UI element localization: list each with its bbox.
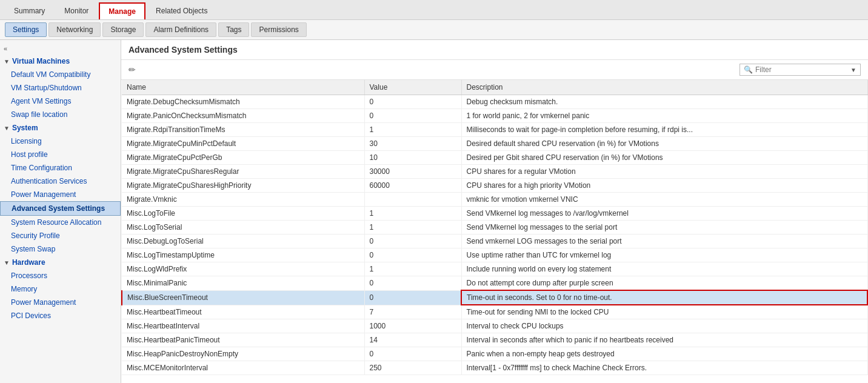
sidebar-item-host-profile[interactable]: Host profile — [0, 148, 121, 161]
cell-value: 10 — [364, 151, 461, 165]
cell-name: Migrate.RdpiTransitionTimeMs — [122, 123, 364, 137]
table-row[interactable]: Misc.HeartbeatInterval1000Interval to ch… — [122, 319, 867, 333]
table-row[interactable]: Misc.HeartbeatPanicTimeout14Interval in … — [122, 333, 867, 347]
cell-description: Use uptime rather than UTC for vmkernel … — [461, 248, 867, 262]
table-row[interactable]: Migrate.RdpiTransitionTimeMs1Millisecond… — [122, 123, 867, 137]
cell-value: 0 — [364, 95, 461, 109]
vm-section-arrow: ▼ — [4, 58, 10, 65]
table-row[interactable]: Misc.HeapPanicDestroyNonEmpty0Panic when… — [122, 347, 867, 361]
cell-description: Time-out in seconds. Set to 0 for no tim… — [461, 290, 867, 305]
table-row[interactable]: Misc.MinimalPanic0Do not attempt core du… — [122, 276, 867, 291]
table-row[interactable]: Misc.MCEMonitorInterval250Interval[1 - 0… — [122, 361, 867, 375]
table-row[interactable]: Misc.HeartbeatTimeout7Time-out for sendi… — [122, 305, 867, 319]
sidebar-section-system[interactable]: ▼ System — [0, 121, 121, 135]
cell-description: Interval to check CPU lockups — [461, 319, 867, 333]
sidebar-item-system-resource-allocation[interactable]: System Resource Allocation — [0, 216, 121, 229]
table-row[interactable]: Misc.LogWldPrefix1Include running world … — [122, 262, 867, 276]
filter-input[interactable] — [755, 65, 850, 74]
cell-value: 0 — [364, 290, 461, 305]
settings-table: Name Value Description Migrate.DebugChec… — [121, 80, 868, 375]
table-row[interactable]: Migrate.DebugChecksumMismatch0Debug chec… — [122, 95, 867, 109]
filter-box: 🔍 ▼ — [739, 64, 861, 76]
sidebar-item-pci-devices[interactable]: PCI Devices — [0, 309, 121, 322]
cell-description: Panic when a non-empty heap gets destroy… — [461, 347, 867, 361]
sidebar-collapse-button[interactable]: « — [0, 42, 121, 55]
cell-value: 1 — [364, 221, 461, 235]
sidebar-section-virtual-machines[interactable]: ▼ Virtual Machines — [0, 55, 121, 68]
tab-permissions[interactable]: Permissions — [251, 22, 306, 37]
cell-value: 250 — [364, 361, 461, 375]
cell-description: Time-out for sending NMI to the locked C… — [461, 305, 867, 319]
table-row[interactable]: Misc.LogTimestampUptime0Use uptime rathe… — [122, 248, 867, 262]
cell-value: 0 — [364, 109, 461, 123]
cell-name: Misc.BlueScreenTimeout — [122, 290, 364, 305]
vm-section-label: Virtual Machines — [12, 57, 70, 65]
sidebar-item-system-swap[interactable]: System Swap — [0, 242, 121, 256]
tab-alarm-definitions[interactable]: Alarm Definitions — [145, 22, 216, 37]
sidebar-item-vm-startup-shutdown[interactable]: VM Startup/Shutdown — [0, 81, 121, 95]
tab-summary[interactable]: Summary — [5, 2, 54, 19]
table-row[interactable]: Misc.DebugLogToSerial0Send vmkernel LOG … — [122, 235, 867, 248]
cell-value: 7 — [364, 305, 461, 319]
sidebar: « ▼ Virtual Machines Default VM Compatib… — [0, 40, 121, 383]
cell-name: Misc.LogWldPrefix — [122, 262, 364, 276]
sidebar-item-power-management[interactable]: Power Management — [0, 188, 121, 201]
table-row[interactable]: Migrate.MigrateCpuPctPerGb10Desired per … — [122, 151, 867, 165]
tab-storage[interactable]: Storage — [102, 22, 144, 37]
top-tab-bar: Summary Monitor Manage Related Objects — [0, 0, 868, 20]
table-row[interactable]: Misc.LogToFile1Send VMkernel log message… — [122, 207, 867, 221]
cell-value: 30 — [364, 137, 461, 151]
edit-icon[interactable]: ✏ — [129, 65, 136, 75]
cell-description: CPU shares for a high priority VMotion — [461, 179, 867, 193]
table-row[interactable]: Migrate.MigrateCpuMinPctDefault30Desired… — [122, 137, 867, 151]
cell-description: vmknic for vmotion vmkernel VNIC — [461, 193, 867, 207]
cell-value: 30000 — [364, 165, 461, 179]
cell-name: Misc.MCEMonitorInterval — [122, 361, 364, 375]
tab-networking[interactable]: Networking — [48, 22, 101, 37]
cell-description: Send VMkernel log messages to the serial… — [461, 221, 867, 235]
sidebar-item-agent-vm-settings[interactable]: Agent VM Settings — [0, 95, 121, 108]
cell-name: Misc.LogToSerial — [122, 221, 364, 235]
table-row[interactable]: Migrate.PanicOnChecksumMismatch01 for wo… — [122, 109, 867, 123]
cell-value: 60000 — [364, 179, 461, 193]
cell-name: Migrate.MigrateCpuPctPerGb — [122, 151, 364, 165]
sidebar-item-licensing[interactable]: Licensing — [0, 135, 121, 148]
table-row[interactable]: Migrate.Vmknicvmknic for vmotion vmkerne… — [122, 193, 867, 207]
sidebar-item-processors[interactable]: Processors — [0, 269, 121, 282]
sidebar-item-default-vm-compatibility[interactable]: Default VM Compatibility — [0, 68, 121, 81]
cell-value: 14 — [364, 333, 461, 347]
sidebar-item-memory[interactable]: Memory — [0, 282, 121, 296]
tab-settings[interactable]: Settings — [5, 22, 47, 37]
column-header-description: Description — [461, 80, 867, 95]
table-row[interactable]: Migrate.MigrateCpuSharesHighPriority6000… — [122, 179, 867, 193]
cell-name: Migrate.MigrateCpuSharesHighPriority — [122, 179, 364, 193]
cell-description: 1 for world panic, 2 for vmkernel panic — [461, 109, 867, 123]
cell-value: 1 — [364, 123, 461, 137]
sidebar-item-security-profile[interactable]: Security Profile — [0, 229, 121, 242]
tab-related-objects[interactable]: Related Objects — [147, 2, 216, 19]
table-row[interactable]: Misc.BlueScreenTimeout0Time-out in secon… — [122, 290, 867, 305]
tab-manage[interactable]: Manage — [99, 2, 145, 19]
tab-tags[interactable]: Tags — [218, 22, 249, 37]
sidebar-item-swap-file-location[interactable]: Swap file location — [0, 108, 121, 121]
tab-monitor[interactable]: Monitor — [55, 2, 98, 19]
cell-description: Interval[1 - 0x7fffffff ms] to check Mac… — [461, 361, 867, 375]
cell-value: 0 — [364, 276, 461, 291]
table-row[interactable]: Misc.LogToSerial1Send VMkernel log messa… — [122, 221, 867, 235]
sidebar-section-hardware[interactable]: ▼ Hardware — [0, 256, 121, 269]
filter-dropdown-icon[interactable]: ▼ — [850, 67, 856, 73]
cell-name: Misc.HeartbeatTimeout — [122, 305, 364, 319]
cell-name: Misc.HeapPanicDestroyNonEmpty — [122, 347, 364, 361]
sidebar-item-authentication-services[interactable]: Authentication Services — [0, 175, 121, 188]
table-row[interactable]: Migrate.MigrateCpuSharesRegular30000CPU … — [122, 165, 867, 179]
sidebar-item-power-management-hw[interactable]: Power Management — [0, 296, 121, 309]
sidebar-item-advanced-system-settings[interactable]: Advanced System Settings — [0, 201, 121, 216]
sidebar-item-time-configuration[interactable]: Time Configuration — [0, 161, 121, 175]
cell-value: 0 — [364, 347, 461, 361]
cell-description: CPU shares for a regular VMotion — [461, 165, 867, 179]
cell-name: Misc.LogToFile — [122, 207, 364, 221]
second-tab-bar: Settings Networking Storage Alarm Defini… — [0, 20, 868, 40]
cell-value: 1 — [364, 207, 461, 221]
cell-name: Migrate.MigrateCpuSharesRegular — [122, 165, 364, 179]
main-layout: « ▼ Virtual Machines Default VM Compatib… — [0, 40, 868, 383]
